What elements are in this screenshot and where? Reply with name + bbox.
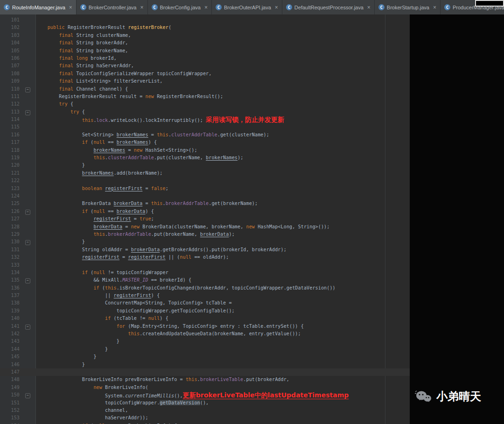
code-text: final TopicConfigSerializeWrapper topicC…: [36, 70, 410, 78]
code-line: 133: [0, 261, 410, 269]
line-number: 138: [0, 299, 20, 307]
code-text: brokerNames = new HashSet<String>();: [36, 147, 410, 154]
line-number: 134: [0, 269, 20, 276]
code-text: RegisterBrokerResult result = new Regist…: [36, 93, 410, 100]
code-line: 142 this.createAndUpdateQueueData(broker…: [0, 330, 410, 338]
code-text: this.createAndUpdateQueueData(brokerName…: [36, 330, 410, 338]
code-line: 139 topicConfigWrapper.getTopicConfigTab…: [0, 307, 410, 315]
fold-marker-icon[interactable]: −: [25, 210, 30, 215]
code-line: 122: [0, 177, 410, 184]
fold-marker-icon[interactable]: −: [25, 87, 30, 92]
code-text: final List<String> filterServerList,: [36, 78, 410, 85]
tab-brokerconfig-java[interactable]: CBrokerConfig.java×: [148, 0, 212, 14]
code-line: 107 final String haServerAddr,: [0, 62, 410, 70]
fold-column: [20, 177, 36, 184]
code-line: 137 || registerFirst) {: [0, 292, 410, 299]
code-line: 106 final long brokerId,: [0, 55, 410, 62]
fold-column: [20, 330, 36, 338]
line-number: 106: [0, 55, 20, 62]
tab-brokerouterapi-java[interactable]: CBrokerOuterAPI.java×: [212, 0, 282, 14]
code-line: 150− System.currentTimeMillis(),更新broker…: [0, 391, 410, 399]
fold-column: [20, 414, 36, 422]
fold-column: [20, 39, 36, 47]
code-text: if (null == brokerNames) {: [36, 139, 410, 146]
code-editor[interactable]: 101102 public RegisterBrokerResult regis…: [0, 14, 410, 424]
line-number: 103: [0, 32, 20, 39]
code-text: [36, 16, 410, 24]
code-text: this.lock.writeLock().lockInterruptibly(…: [36, 116, 410, 123]
code-text: BrokerData brokerData = this.brokerAddrT…: [36, 200, 410, 207]
fold-marker-icon[interactable]: −: [25, 278, 30, 283]
tab-label: RouteInfoManager.java: [12, 5, 65, 10]
java-class-icon: C: [286, 4, 292, 10]
code-text: }: [36, 338, 410, 345]
fold-column: [20, 154, 36, 162]
tab-label: BrokerConfig.java: [160, 5, 201, 10]
line-number: 109: [0, 78, 20, 85]
fold-column: [20, 162, 36, 169]
code-line: 102 public RegisterBrokerResult register…: [0, 24, 410, 31]
fold-marker-icon[interactable]: −: [25, 240, 30, 245]
line-number: 120: [0, 162, 20, 169]
fold-column: [20, 16, 36, 24]
code-line: 147: [0, 368, 410, 376]
code-line: 145 }: [0, 353, 410, 360]
line-number: 114: [0, 116, 20, 123]
line-number: 131: [0, 246, 20, 254]
code-text: System.currentTimeMillis(),更新brokerLiveT…: [36, 391, 410, 399]
fold-column: [20, 24, 36, 31]
code-text: if (null == prevBrokerLiveInfo) {: [36, 422, 410, 424]
fold-column: [20, 223, 36, 231]
code-line: 151 topicConfigWrapper.getDataVersion(),: [0, 399, 410, 407]
tab-bar: CRouteInfoManager.java×CBrokerController…: [0, 0, 504, 15]
line-number: 147: [0, 368, 20, 376]
code-text: if (null == brokerData) {: [36, 208, 410, 215]
line-number: 110: [0, 85, 20, 93]
fold-column: [20, 170, 36, 177]
line-number: 150: [0, 391, 20, 399]
tab-brokerstartup-java[interactable]: CBrokerStartup.java×: [375, 0, 441, 14]
line-number: 142: [0, 330, 20, 338]
code-text: && MixAll.MASTER_ID == brokerId) {: [36, 276, 410, 284]
code-text: String oldAddr = brokerData.getBrokerAdd…: [36, 246, 410, 254]
fold-column: [20, 246, 36, 254]
tab-close-icon[interactable]: ×: [275, 4, 278, 11]
code-line: 132 registerFirst = registerFirst || (nu…: [0, 254, 410, 261]
java-class-icon: C: [216, 4, 222, 10]
line-number: 130: [0, 238, 20, 246]
tab-close-icon[interactable]: ×: [204, 4, 208, 11]
code-line: 108 final TopicConfigSerializeWrapper to…: [0, 70, 410, 78]
fold-marker-icon[interactable]: −: [25, 325, 30, 330]
code-text: try {: [36, 108, 410, 116]
tab-label: BrokerOuterAPI.java: [224, 5, 271, 10]
code-line: 130− }: [0, 238, 410, 246]
tab-close-icon[interactable]: ×: [367, 4, 371, 11]
line-number: 113: [0, 108, 20, 116]
code-text: if (this.isBrokerTopicConfigChanged(brok…: [36, 284, 410, 292]
line-number: 101: [0, 16, 20, 24]
tab-close-icon[interactable]: ×: [69, 4, 72, 11]
tab-routeinfomanager-java[interactable]: CRouteInfoManager.java×: [0, 0, 77, 14]
code-line: 119 this.clusterAddrTable.put(clusterNam…: [0, 154, 410, 162]
code-line: 125 BrokerData brokerData = this.brokerA…: [0, 200, 410, 207]
fold-column: −: [20, 276, 36, 284]
java-class-icon: C: [444, 4, 450, 10]
tab-close-icon[interactable]: ×: [433, 4, 436, 11]
code-line: 141− for (Map.Entry<String, TopicConfig>…: [0, 323, 410, 330]
line-number: 112: [0, 100, 20, 108]
tab-brokercontroller-java[interactable]: CBrokerController.java×: [77, 0, 148, 14]
code-text: brokerNames.add(brokerName);: [36, 170, 410, 177]
fold-column: [20, 70, 36, 78]
line-number: 149: [0, 384, 20, 391]
fold-column: [20, 353, 36, 360]
tab-defaultrequestprocessor-java[interactable]: CDefaultRequestProcessor.java×: [282, 0, 375, 14]
fold-marker-icon[interactable]: −: [25, 393, 30, 398]
fold-marker-icon[interactable]: −: [25, 110, 30, 115]
code-text: final String brokerName,: [36, 47, 410, 55]
code-area: 101102 public RegisterBrokerResult regis…: [0, 16, 410, 424]
code-text: ConcurrentMap<String, TopicConfig> tcTab…: [36, 299, 410, 307]
fold-column: [20, 131, 36, 139]
code-text: BrokerLiveInfo prevBrokerLiveInfo = this…: [36, 376, 410, 383]
tab-close-icon[interactable]: ×: [140, 4, 143, 11]
line-number: 146: [0, 361, 20, 368]
